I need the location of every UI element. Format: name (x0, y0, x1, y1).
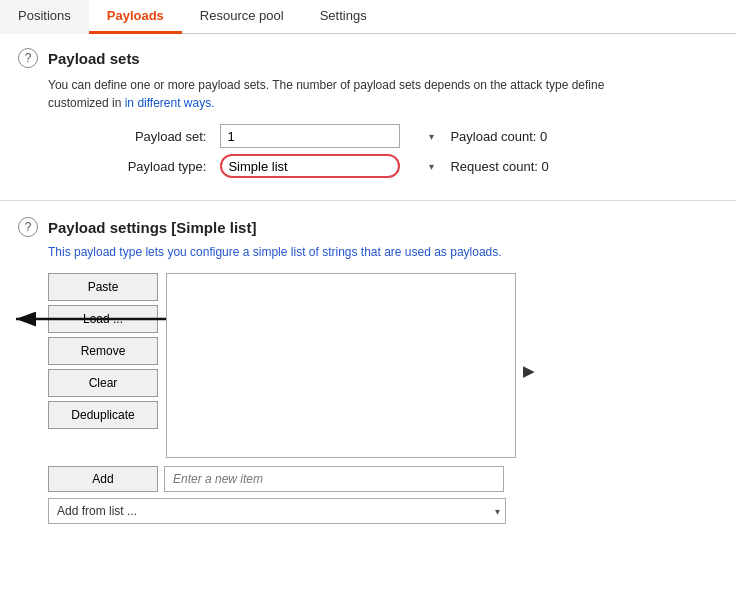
payload-editor: Paste Load ... Remove Clear Deduplicate … (48, 273, 718, 458)
payload-type-select[interactable]: Simple list Runtime file Custom iterator… (220, 154, 400, 178)
section-help-icon[interactable]: ? (18, 48, 38, 68)
payload-list-container: ▶ (166, 273, 516, 458)
payload-type-chevron-icon: ▾ (429, 161, 434, 172)
section-description: You can define one or more payload sets.… (48, 76, 718, 112)
settings-help-icon[interactable]: ? (18, 217, 38, 237)
payload-set-select[interactable]: 1 2 3 (220, 124, 400, 148)
payload-button-column: Paste Load ... Remove Clear Deduplicate (48, 273, 158, 458)
payload-set-chevron-icon: ▾ (429, 131, 434, 142)
tab-settings[interactable]: Settings (302, 0, 385, 34)
tab-positions[interactable]: Positions (0, 0, 89, 34)
section-divider (0, 200, 736, 201)
paste-button[interactable]: Paste (48, 273, 158, 301)
payload-sets-section: ? Payload sets You can define one or mor… (0, 34, 736, 194)
section-title: Payload sets (48, 50, 140, 67)
payload-set-form: Payload set: 1 2 3 ▾ Payload count: 0 Pa… (48, 124, 718, 178)
scroll-right-icon: ▶ (523, 363, 534, 379)
add-from-list-select-wrapper: Add from list ... Big list of naughty st… (48, 498, 506, 524)
payload-set-label: Payload set: (48, 129, 210, 144)
payload-type-select-wrapper: Simple list Runtime file Custom iterator… (220, 154, 440, 178)
payload-settings-section: ? Payload settings [Simple list] This pa… (0, 207, 736, 534)
description-link: in different ways. (125, 96, 215, 110)
tab-payloads[interactable]: Payloads (89, 0, 182, 34)
add-button[interactable]: Add (48, 466, 158, 492)
settings-title: Payload settings [Simple list] (48, 219, 256, 236)
add-from-list-select[interactable]: Add from list ... Big list of naughty st… (48, 498, 506, 524)
payload-type-label: Payload type: (48, 159, 210, 174)
payload-set-select-wrapper: 1 2 3 ▾ (220, 124, 440, 148)
settings-header: ? Payload settings [Simple list] (18, 217, 718, 237)
tab-resource-pool[interactable]: Resource pool (182, 0, 302, 34)
payload-list-textarea[interactable] (166, 273, 516, 458)
section-header: ? Payload sets (18, 48, 718, 68)
request-count-label: Request count: 0 (450, 159, 628, 174)
add-item-input[interactable] (164, 466, 504, 492)
add-from-list-row: Add from list ... Big list of naughty st… (48, 498, 718, 524)
settings-description: This payload type lets you configure a s… (48, 245, 718, 259)
tab-bar: Positions Payloads Resource pool Setting… (0, 0, 736, 34)
clear-button[interactable]: Clear (48, 369, 158, 397)
load-button[interactable]: Load ... (48, 305, 158, 333)
remove-button[interactable]: Remove (48, 337, 158, 365)
deduplicate-button[interactable]: Deduplicate (48, 401, 158, 429)
payload-count-label: Payload count: 0 (450, 129, 628, 144)
add-item-row: Add (48, 466, 718, 492)
